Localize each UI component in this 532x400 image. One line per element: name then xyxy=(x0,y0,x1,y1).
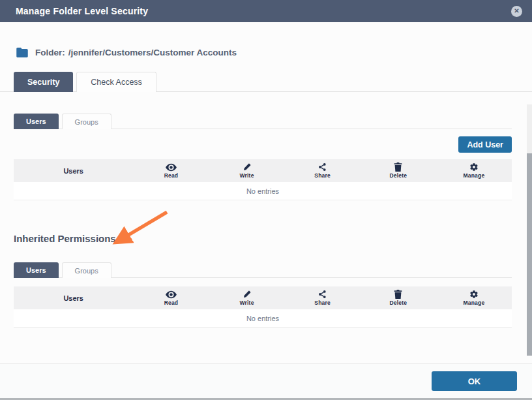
manage-label: Manage xyxy=(463,172,484,179)
delete-label: Delete xyxy=(389,300,407,306)
inherited-permissions-heading: Inherited Permissions xyxy=(14,233,512,244)
dialog-title: Manage Folder Level Security xyxy=(16,6,148,16)
dialog-header: Manage Folder Level Security ✕ xyxy=(0,0,532,22)
pencil-icon xyxy=(243,290,252,299)
eye-icon xyxy=(166,163,177,172)
gear-icon xyxy=(469,162,479,172)
empty-table-message: No entries xyxy=(14,309,512,328)
read-column-header: Read xyxy=(133,290,209,306)
add-user-button[interactable]: Add User xyxy=(458,136,512,153)
tab-security[interactable]: Security xyxy=(14,72,73,92)
table-header-row: Users Read Write Share Delete xyxy=(14,286,512,309)
folder-icon xyxy=(16,47,29,58)
write-column-header: Write xyxy=(209,290,284,306)
read-label: Read xyxy=(164,300,179,306)
dialog-footer: OK xyxy=(0,363,532,398)
manage-folder-security-dialog: Manage Folder Level Security ✕ Folder: /… xyxy=(0,0,532,400)
manage-column-header: Manage xyxy=(436,162,512,179)
folder-label: Folder: xyxy=(35,48,65,57)
share-column-header: Share xyxy=(285,162,361,179)
ok-button[interactable]: OK xyxy=(432,371,517,391)
permissions-tab-bar: Users Groups xyxy=(14,114,512,129)
tab-groups[interactable]: Groups xyxy=(62,114,111,129)
delete-column-header: Delete xyxy=(361,290,436,306)
users-column-header: Users xyxy=(14,167,133,175)
read-label: Read xyxy=(164,172,179,179)
gear-icon xyxy=(469,290,479,299)
write-column-header: Write xyxy=(209,162,284,179)
write-label: Write xyxy=(239,172,254,179)
add-user-row: Add User xyxy=(14,136,512,153)
tab-check-access[interactable]: Check Access xyxy=(76,72,156,92)
share-icon xyxy=(318,290,327,299)
manage-label: Manage xyxy=(463,300,484,306)
main-tab-bar: Security Check Access xyxy=(0,72,532,92)
write-label: Write xyxy=(239,300,254,306)
manage-column-header: Manage xyxy=(436,290,512,306)
users-permissions-table: Users Read Write Share Delete xyxy=(14,159,512,200)
delete-label: Delete xyxy=(389,172,407,179)
table-header-row: Users Read Write Share Delete xyxy=(14,159,512,182)
security-panel: Users Groups Add User Users Read Write S… xyxy=(0,114,532,328)
folder-path: /jennifer/Customers/Customer Accounts xyxy=(68,48,237,57)
read-column-header: Read xyxy=(133,163,209,179)
share-icon xyxy=(318,162,327,172)
close-icon[interactable]: ✕ xyxy=(511,6,522,17)
tab-users[interactable]: Users xyxy=(14,114,59,129)
share-label: Share xyxy=(314,300,331,306)
folder-path-row: Folder: /jennifer/Customers/Customer Acc… xyxy=(16,47,532,58)
delete-column-header: Delete xyxy=(361,162,436,179)
share-column-header: Share xyxy=(285,290,361,306)
share-label: Share xyxy=(314,172,331,179)
users-column-header: Users xyxy=(14,294,133,302)
eye-icon xyxy=(166,290,177,299)
inherited-users-permissions-table: Users Read Write Share Delete xyxy=(14,286,512,328)
inherited-tab-users[interactable]: Users xyxy=(14,262,59,278)
empty-table-message: No entries xyxy=(14,182,512,200)
inherited-tab-bar: Users Groups xyxy=(14,262,512,278)
pencil-icon xyxy=(243,162,252,172)
scrollbar-thumb[interactable] xyxy=(527,153,532,356)
inherited-tab-groups[interactable]: Groups xyxy=(62,262,111,278)
trash-icon xyxy=(394,290,402,299)
trash-icon xyxy=(394,162,402,172)
